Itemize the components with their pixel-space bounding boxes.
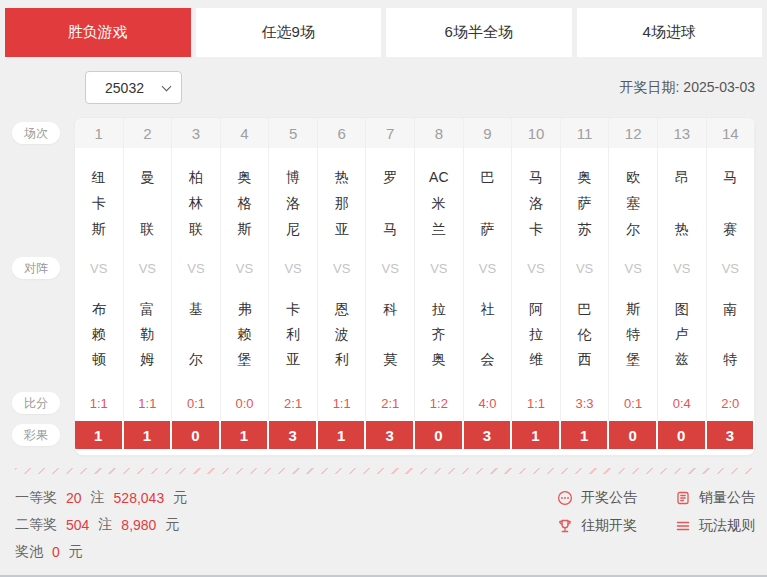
vs-label: VS	[464, 253, 513, 283]
match-score: 0:1	[172, 385, 221, 421]
away-team: 富勒姆	[124, 283, 173, 385]
prize-row: 奖池 0 元	[15, 541, 196, 563]
row-label-result: 彩果	[12, 424, 60, 446]
game-tab-label: 任选9场	[262, 23, 315, 42]
match-result: 0	[415, 421, 464, 449]
match-number: 4	[221, 118, 270, 148]
match-result: 1	[318, 421, 367, 449]
controls-row: 25032 开奖日期: 2025-03-03	[0, 57, 767, 115]
vs-label: VS	[221, 253, 270, 283]
link-game-rules[interactable]: 玩法规则	[675, 517, 755, 535]
match-column: 2 曼联 VS 富勒姆 1:1 1	[124, 118, 173, 449]
game-tab-label: 4场进球	[643, 23, 696, 42]
link-label: 销量公告	[699, 489, 755, 507]
prize-summary: 一等奖 20 注 528,043 元 二等奖 504 注 8,980 元 奖池 …	[15, 487, 196, 568]
match-score: 2:1	[366, 385, 415, 421]
issue-select[interactable]: 25032	[85, 71, 182, 104]
home-team: 纽卡斯	[75, 148, 124, 253]
away-team: 布赖顿	[75, 283, 124, 385]
match-column: 9 巴萨 VS 社会 4:0 3	[464, 118, 513, 449]
home-team: 奥格斯	[221, 148, 270, 253]
match-column: 12 欧塞尔 VS 斯特堡 0:1 0	[609, 118, 658, 449]
match-result: 1	[512, 421, 561, 449]
match-column: 4 奥格斯 VS 弗赖堡 0:0 1	[221, 118, 270, 449]
match-score: 1:2	[415, 385, 464, 421]
prize-amount-unit: 元	[173, 489, 187, 507]
match-column: 13 昂热 VS 图卢兹 0:4 0	[658, 118, 707, 449]
match-number: 5	[269, 118, 318, 148]
sales-doc-icon	[675, 490, 691, 506]
match-score: 4:0	[464, 385, 513, 421]
prize-label: 奖池	[15, 543, 43, 561]
prize-amount-unit: 元	[69, 543, 83, 561]
issue-select-wrap: 25032	[85, 71, 182, 104]
match-column: 6 热那亚 VS 恩波利 1:1 1	[318, 118, 367, 449]
home-team: 奥萨苏	[561, 148, 610, 253]
prize-count: 20	[66, 490, 82, 506]
home-team: 巴萨	[464, 148, 513, 253]
prize-count-unit: 注	[98, 516, 112, 534]
game-tabs: 胜负游戏 任选9场 6场半全场 4场进球	[0, 0, 767, 57]
game-tab[interactable]: 6场半全场	[386, 8, 572, 57]
vs-label: VS	[658, 253, 707, 283]
away-team: 斯特堡	[609, 283, 658, 385]
game-tab-label: 6场半全场	[445, 23, 513, 42]
prize-row: 二等奖 504 注 8,980 元	[15, 514, 196, 536]
game-tab[interactable]: 胜负游戏	[5, 8, 191, 57]
vs-label: VS	[707, 253, 755, 283]
row-label-score: 比分	[12, 392, 60, 414]
trophy-icon	[557, 518, 573, 534]
match-column: 1 纽卡斯 VS 布赖顿 1:1 1	[75, 118, 124, 449]
rules-lines-icon	[675, 518, 691, 534]
match-column: 11 奥萨苏 VS 巴伦西 3:3 1	[561, 118, 610, 449]
away-team: 基尔	[172, 283, 221, 385]
match-score: 0:1	[609, 385, 658, 421]
vs-label: VS	[269, 253, 318, 283]
home-team: 柏林联	[172, 148, 221, 253]
away-team: 弗赖堡	[221, 283, 270, 385]
vs-label: VS	[124, 253, 173, 283]
prize-amount: 8,980	[121, 517, 156, 533]
prize-amount-unit: 元	[165, 516, 179, 534]
link-label: 玩法规则	[699, 517, 755, 535]
row-label-match: 场次	[12, 122, 60, 144]
match-result: 0	[658, 421, 707, 449]
match-score: 2:0	[707, 385, 755, 421]
match-score: 1:1	[512, 385, 561, 421]
away-team: 阿拉维	[512, 283, 561, 385]
match-result: 1	[561, 421, 610, 449]
match-result: 3	[269, 421, 318, 449]
match-number: 8	[415, 118, 464, 148]
prize-count: 504	[66, 517, 89, 533]
link-label: 开奖公告	[581, 489, 637, 507]
match-result: 0	[172, 421, 221, 449]
match-score: 1:1	[75, 385, 124, 421]
vs-label: VS	[609, 253, 658, 283]
away-team: 南特	[707, 283, 755, 385]
match-score: 0:4	[658, 385, 707, 421]
away-team: 科莫	[366, 283, 415, 385]
away-team: 图卢兹	[658, 283, 707, 385]
vs-label: VS	[415, 253, 464, 283]
game-tab[interactable]: 4场进球	[577, 8, 763, 57]
match-result: 3	[464, 421, 513, 449]
link-past-draws[interactable]: 往期开奖	[557, 517, 637, 535]
striped-divider	[15, 468, 755, 474]
away-team: 卡利亚	[269, 283, 318, 385]
game-tab[interactable]: 任选9场	[196, 8, 382, 57]
chat-dots-icon	[557, 490, 573, 506]
match-score: 1:1	[124, 385, 173, 421]
vs-label: VS	[172, 253, 221, 283]
results-table: 1 纽卡斯 VS 布赖顿 1:1 1 2 曼联 VS 富勒姆 1:1 1 3 柏…	[75, 118, 755, 455]
match-number: 6	[318, 118, 367, 148]
prize-label: 一等奖	[15, 489, 57, 507]
link-draw-announcement[interactable]: 开奖公告	[557, 489, 637, 507]
link-label: 往期开奖	[581, 517, 637, 535]
prize-row: 一等奖 20 注 528,043 元	[15, 487, 196, 509]
link-sales-announcement[interactable]: 销量公告	[675, 489, 755, 507]
match-result: 3	[366, 421, 415, 449]
match-result: 1	[124, 421, 173, 449]
match-column: 8 AC米兰 VS 拉齐奥 1:2 0	[415, 118, 464, 449]
prize-amount: 528,043	[114, 490, 165, 506]
away-team: 恩波利	[318, 283, 367, 385]
